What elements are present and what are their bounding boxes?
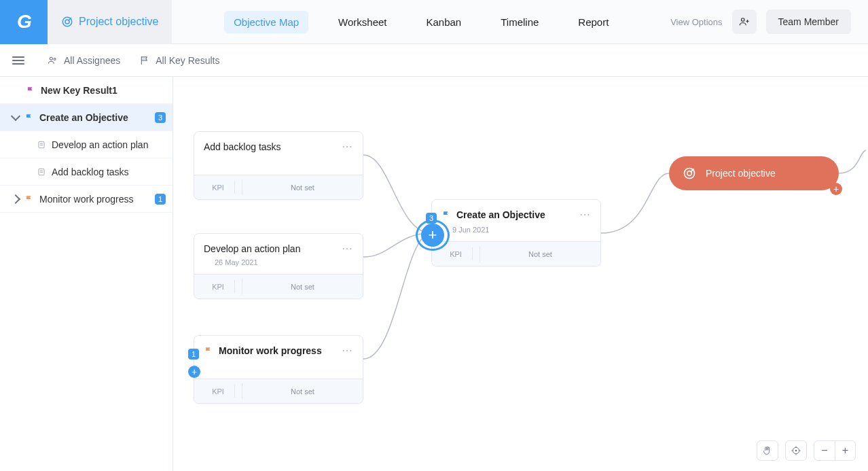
sidebar-subitem-develop-plan[interactable]: Develop an action plan — [0, 131, 173, 158]
card-more-icon[interactable]: ⋯ — [342, 344, 353, 357]
tab-worksheet[interactable]: Worksheet — [329, 11, 396, 33]
crosshair-icon — [791, 445, 801, 456]
view-tabs: Objective Map Worksheet Kanban Timeline … — [172, 11, 670, 33]
share-people-button[interactable] — [732, 10, 757, 34]
card-more-icon[interactable]: ⋯ — [579, 208, 591, 221]
child-count-badge: 3 — [426, 213, 437, 224]
filter-assignees-label: All Assignees — [64, 55, 120, 66]
sidebar-badge: 3 — [155, 112, 166, 123]
tab-report[interactable]: Report — [568, 11, 618, 33]
target-icon — [61, 16, 73, 28]
add-objective-child-button[interactable]: + — [830, 183, 842, 195]
sidebar-item-create-objective[interactable]: Create an Objective 3 — [0, 104, 173, 131]
kpi-value: Not set — [242, 275, 363, 298]
card-title: Add backlog tasks — [204, 141, 281, 152]
team-member-label: Team Member — [778, 16, 839, 27]
logo-glyph: G — [17, 11, 31, 33]
card-kpi-row: KPI Not set — [194, 175, 363, 199]
pan-hand-button[interactable] — [757, 441, 778, 460]
app-logo[interactable]: G — [0, 0, 48, 44]
zoom-in-button[interactable]: + — [835, 441, 855, 460]
card-more-icon[interactable]: ⋯ — [342, 140, 353, 153]
kpi-value: Not set — [242, 175, 363, 199]
sidebar-badge: 1 — [155, 194, 166, 205]
sidebar-item-label: Develop an action plan — [52, 139, 148, 150]
card-add-backlog[interactable]: Add backlog tasks ⋯ KPI Not set — [194, 131, 363, 200]
expand-children-button[interactable]: + — [421, 224, 444, 247]
flag-icon — [139, 55, 150, 66]
hamburger-menu-icon[interactable] — [8, 56, 29, 65]
card-date: 26 May 2021 — [215, 258, 258, 266]
top-bar: G Project objective Objective Map Worksh… — [0, 0, 868, 44]
chevron-down-icon — [11, 111, 20, 120]
chevron-right-icon — [11, 194, 20, 203]
svg-rect-6 — [39, 141, 44, 147]
kpi-value: Not set — [480, 242, 600, 266]
objective-card[interactable]: Project objective — [669, 156, 839, 190]
zoom-out-button[interactable]: − — [814, 441, 835, 460]
card-title: Monitor work progress — [219, 345, 322, 356]
filter-key-results[interactable]: All Key Results — [139, 55, 219, 66]
tab-objective-map[interactable]: Objective Map — [224, 11, 308, 33]
sidebar-item-monitor-progress[interactable]: Monitor work progress 1 — [0, 186, 173, 213]
sidebar-item-label: Create an Objective — [39, 112, 128, 123]
sidebar: New Key Result1 Create an Objective 3 De… — [0, 77, 173, 471]
card-more-icon[interactable]: ⋯ — [342, 242, 353, 255]
sidebar-item-label: Monitor work progress — [39, 194, 134, 205]
card-kpi-row: KPI Not set — [194, 379, 363, 403]
svg-point-4 — [50, 57, 52, 60]
svg-point-3 — [741, 18, 744, 22]
center-view-button[interactable] — [786, 441, 806, 460]
page-title-box[interactable]: Project objective — [48, 0, 172, 44]
tab-timeline[interactable]: Timeline — [491, 11, 548, 33]
document-icon — [37, 140, 46, 150]
card-create-objective[interactable]: Create an Objective ⋯ 9 Jun 2021 KPI Not… — [431, 199, 601, 266]
view-controls: − + — [757, 440, 856, 461]
view-options-button[interactable]: View Options — [670, 17, 722, 27]
card-title: Develop an action plan — [204, 243, 300, 254]
filter-bar: All Assignees All Key Results — [0, 44, 868, 77]
filter-assignees[interactable]: All Assignees — [48, 55, 120, 66]
tab-kanban[interactable]: Kanban — [416, 11, 471, 33]
team-member-button[interactable]: Team Member — [766, 10, 851, 34]
card-kpi-row: KPI Not set — [432, 241, 600, 266]
filter-key-results-label: All Key Results — [156, 55, 219, 66]
top-right-actions: View Options Team Member — [670, 10, 868, 34]
add-child-button[interactable]: + — [188, 366, 200, 378]
document-icon — [37, 167, 46, 177]
flag-icon — [24, 113, 34, 122]
sidebar-item-label: New Key Result1 — [41, 85, 117, 96]
child-count-badge: 1 — [188, 349, 199, 360]
sidebar-item-new-key-result[interactable]: New Key Result1 — [0, 77, 173, 104]
card-title: Create an Objective — [456, 209, 545, 220]
people-icon — [48, 55, 58, 66]
svg-point-12 — [795, 450, 797, 452]
objective-title: Project objective — [706, 168, 776, 179]
card-date: 9 Jun 2021 — [452, 226, 489, 234]
main-area: New Key Result1 Create an Objective 3 De… — [0, 77, 868, 471]
flag-icon — [441, 210, 451, 220]
card-develop-plan[interactable]: Develop an action plan ⋯ 26 May 2021 KPI… — [194, 233, 363, 299]
target-icon — [683, 167, 696, 180]
page-title: Project objective — [79, 16, 158, 28]
canvas[interactable]: Add backlog tasks ⋯ KPI Not set Develop … — [173, 77, 868, 471]
sidebar-subitem-add-backlog[interactable]: Add backlog tasks — [0, 158, 173, 186]
card-monitor-progress[interactable]: Monitor work progress ⋯ KPI Not set — [194, 335, 363, 404]
hand-icon — [762, 445, 773, 456]
svg-rect-7 — [39, 169, 44, 175]
flag-icon — [24, 194, 34, 204]
sidebar-item-label: Add backlog tasks — [52, 167, 129, 177]
kpi-value: Not set — [242, 379, 363, 403]
flag-icon — [204, 346, 213, 355]
svg-point-5 — [54, 58, 56, 60]
flag-icon — [26, 86, 35, 95]
card-kpi-row: KPI Not set — [194, 274, 363, 298]
people-plus-icon — [738, 16, 751, 28]
